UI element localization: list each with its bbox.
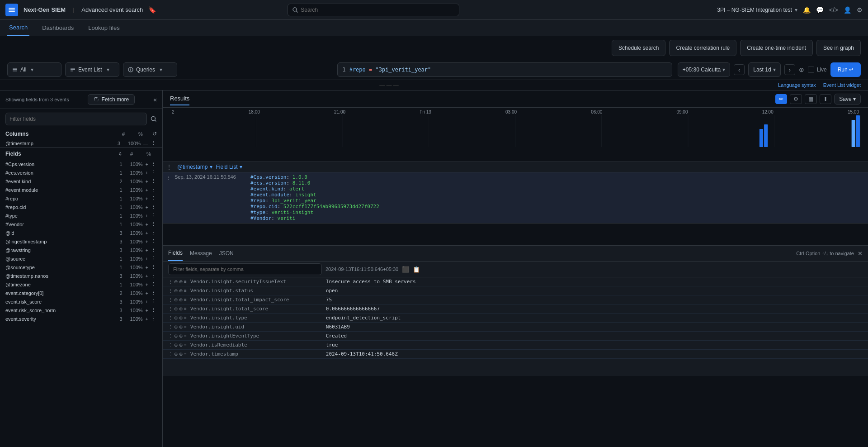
- field-row[interactable]: @timestamp.nanos3100%+⋮: [0, 271, 162, 280]
- filter-fields-input[interactable]: [5, 113, 147, 125]
- details-row[interactable]: ⋮ ⊖ ⊕ ≡ Vendor.insight.uid N6031AB9: [163, 323, 868, 332]
- row-menu-icon[interactable]: ⋮: [168, 279, 173, 284]
- details-row[interactable]: ⋮ ⊖ ⊕ ≡ Vendor.timestamp 2024-09-13T10:4…: [163, 350, 868, 359]
- results-tab[interactable]: Results: [170, 92, 189, 105]
- row-minus-icon[interactable]: ⊖: [174, 297, 178, 302]
- row-plus-icon[interactable]: ⊕: [179, 297, 183, 302]
- row-menu[interactable]: ⋮: [166, 175, 171, 180]
- add-field-btn[interactable]: +: [145, 161, 149, 167]
- zoom-icon[interactable]: ⊕: [799, 66, 804, 73]
- global-search-bar[interactable]: [288, 4, 459, 16]
- timestamp-header[interactable]: @timestamp ▾: [177, 164, 212, 170]
- add-field-btn[interactable]: +: [145, 186, 149, 193]
- add-field-btn[interactable]: +: [145, 212, 149, 219]
- details-row[interactable]: ⋮ ⊖ ⊕ ≡ Vendor.insight.total_score 0.066…: [163, 304, 868, 314]
- query-editor[interactable]: 1 #repo = "3pi_veriti_year": [337, 62, 672, 77]
- save-button[interactable]: Save ▾: [834, 94, 861, 105]
- create-correlation-rule-button[interactable]: Create correlation rule: [669, 40, 736, 56]
- more-field-btn[interactable]: ⋮: [150, 281, 157, 288]
- chart-view-btn[interactable]: ▦: [805, 94, 817, 104]
- row-plus-icon[interactable]: ⊕: [179, 324, 183, 329]
- details-row[interactable]: ⋮ ⊖ ⊕ ≡ Vendor.insight.status open: [163, 286, 868, 295]
- event-list-dropdown[interactable]: Event List ▾: [65, 62, 119, 77]
- more-field-btn[interactable]: ⋮: [150, 298, 157, 305]
- more-field-btn[interactable]: ⋮: [150, 315, 157, 322]
- row-menu-icon[interactable]: ⋮: [168, 342, 173, 347]
- row-minus-icon[interactable]: ⊖: [174, 288, 178, 293]
- row-minus-icon[interactable]: ⊖: [174, 333, 178, 338]
- row-list-icon[interactable]: ≡: [184, 279, 187, 284]
- add-field-btn[interactable]: +: [145, 178, 149, 185]
- nav-lookup-files[interactable]: Lookup files: [86, 20, 121, 36]
- field-row[interactable]: #ecs.version1100%+⋮: [0, 168, 162, 177]
- details-row[interactable]: ⋮ ⊖ ⊕ ≡ Vendor.insightEventType Created: [163, 332, 868, 341]
- more-field-btn[interactable]: ⋮: [150, 290, 157, 296]
- field-row[interactable]: event.risk_score3100%+⋮: [0, 297, 162, 306]
- add-field-btn[interactable]: +: [145, 238, 149, 245]
- more-field-btn[interactable]: ⋮: [150, 255, 157, 262]
- more-field-btn[interactable]: ⋮: [150, 229, 157, 236]
- column-row-timestamp[interactable]: @timestamp 3 100% — ⋮: [0, 139, 162, 147]
- details-row[interactable]: ⋮ ⊖ ⊕ ≡ Vendor.insight.securityIssueText…: [163, 277, 868, 286]
- more-field-btn[interactable]: ⋮: [150, 161, 157, 167]
- row-minus-icon[interactable]: ⊖: [174, 306, 178, 311]
- more-field-btn[interactable]: ⋮: [150, 169, 157, 176]
- field-row[interactable]: @source1100%+⋮: [0, 254, 162, 263]
- table-row[interactable]: ⋮ Sep. 13, 2024 16:11:50.546 #Cps.versio…: [163, 172, 868, 224]
- row-plus-icon[interactable]: ⊕: [179, 306, 183, 311]
- live-checkbox[interactable]: [808, 67, 814, 73]
- more-field-btn[interactable]: ⋮: [150, 307, 157, 314]
- field-row[interactable]: event.category[0]2100%+⋮: [0, 289, 162, 297]
- column-minus-btn[interactable]: —: [142, 140, 149, 147]
- details-tab-message[interactable]: Message: [190, 246, 212, 261]
- field-row[interactable]: @id3100%+⋮: [0, 228, 162, 237]
- columns-refresh-icon[interactable]: ↺: [152, 131, 157, 137]
- field-row[interactable]: @rawstring3100%+⋮: [0, 246, 162, 254]
- row-menu-icon[interactable]: ⋮: [168, 352, 173, 357]
- column-more-btn[interactable]: ⋮: [150, 140, 157, 147]
- see-in-graph-button[interactable]: See in graph: [816, 40, 861, 56]
- add-field-btn[interactable]: +: [145, 281, 149, 288]
- row-plus-icon[interactable]: ⊕: [179, 279, 183, 284]
- copy-icon-btn[interactable]: 📋: [413, 266, 420, 273]
- add-field-btn[interactable]: +: [145, 229, 149, 236]
- add-field-btn[interactable]: +: [145, 272, 149, 279]
- filter-icon-btn[interactable]: ⬛: [402, 266, 409, 273]
- global-search-input[interactable]: [301, 7, 454, 13]
- more-field-btn[interactable]: ⋮: [150, 264, 157, 271]
- details-row[interactable]: ⋮ ⊖ ⊕ ≡ Vendor.insight.type endpoint_det…: [163, 314, 868, 323]
- row-menu-icon[interactable]: ⋮: [168, 306, 173, 311]
- queries-dropdown[interactable]: Queries ▾: [123, 62, 177, 77]
- edit-chart-btn[interactable]: ✏: [775, 94, 787, 104]
- row-plus-icon[interactable]: ⊕: [179, 315, 183, 320]
- event-list-widget-link[interactable]: Event List widget: [823, 82, 861, 88]
- chart-settings-btn[interactable]: ⚙: [790, 94, 802, 104]
- add-field-btn[interactable]: +: [145, 307, 149, 314]
- details-filter-input[interactable]: [168, 263, 322, 275]
- messages-icon[interactable]: 💬: [816, 6, 824, 14]
- notifications-icon[interactable]: 🔔: [803, 6, 811, 14]
- add-field-btn[interactable]: +: [145, 204, 149, 210]
- more-field-btn[interactable]: ⋮: [150, 186, 157, 193]
- row-list-icon[interactable]: ≡: [184, 342, 187, 347]
- field-row[interactable]: @ingesttimestamp3100%+⋮: [0, 237, 162, 246]
- more-field-btn[interactable]: ⋮: [150, 221, 157, 228]
- next-time-btn[interactable]: ›: [784, 64, 795, 75]
- row-list-icon[interactable]: ≡: [184, 297, 187, 302]
- run-button[interactable]: Run ↵: [830, 62, 861, 77]
- add-field-btn[interactable]: +: [145, 290, 149, 296]
- row-list-icon[interactable]: ≡: [184, 324, 187, 329]
- row-minus-icon[interactable]: ⊖: [174, 352, 178, 357]
- more-field-btn[interactable]: ⋮: [150, 238, 157, 245]
- user-icon[interactable]: 👤: [844, 6, 851, 14]
- timerange-selector[interactable]: Last 1d ▾: [748, 62, 780, 77]
- add-field-btn[interactable]: +: [145, 264, 149, 271]
- row-plus-icon[interactable]: ⊕: [179, 333, 183, 338]
- code-icon[interactable]: </>: [829, 6, 838, 14]
- fetch-more-button[interactable]: Fetch more: [88, 94, 135, 105]
- details-row[interactable]: ⋮ ⊖ ⊕ ≡ Vendor.insight.total_impact_scor…: [163, 295, 868, 304]
- field-row[interactable]: @timezone1100%+⋮: [0, 280, 162, 289]
- language-syntax-link[interactable]: Language syntax: [778, 82, 816, 88]
- add-field-btn[interactable]: +: [145, 247, 149, 253]
- field-list-header[interactable]: Field List ▾: [216, 164, 242, 170]
